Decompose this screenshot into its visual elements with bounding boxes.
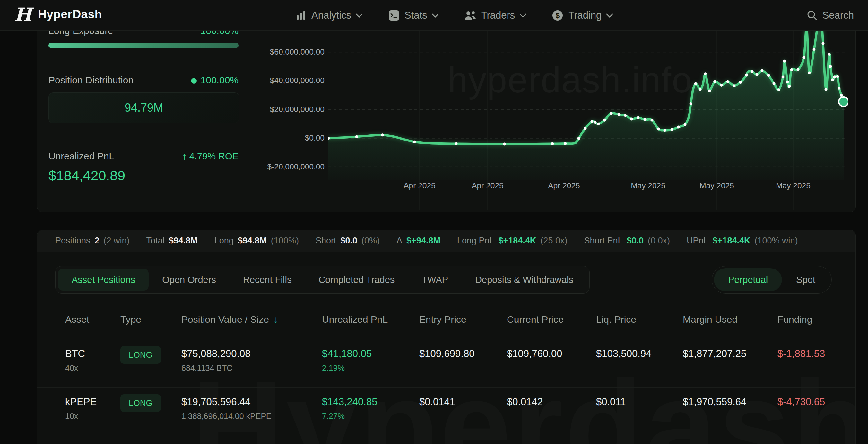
- search-icon: [806, 10, 818, 21]
- table-row-btc[interactable]: BTC40xLONG$75,088,290.08684.1134 BTC$41,…: [37, 339, 856, 387]
- current-price-cell: $0.0142: [507, 396, 543, 408]
- unrealized-pnl-value: $41,180.05: [322, 348, 372, 360]
- long-exposure-label: Long Exposure: [49, 30, 113, 36]
- liq-price-cell: $0.011: [596, 396, 626, 408]
- roe-value: ↑ 4.79% ROE: [182, 151, 239, 162]
- nav-label-stats: Stats: [404, 10, 427, 21]
- summary-paren: (25.0x): [540, 236, 567, 246]
- divider: [49, 134, 239, 134]
- column-header-current-price[interactable]: Current Price: [507, 314, 564, 325]
- long-exposure-progressbar: [49, 43, 239, 48]
- summary-label: UPnL: [687, 236, 709, 246]
- positions-summary-bar: Positions2(2 win)Total$94.8MLong$94.8M(1…: [37, 230, 856, 252]
- overview-card: Long Exposure 100.00% Position Distribut…: [37, 30, 856, 212]
- divider: [49, 59, 239, 59]
- long-badge: LONG: [120, 346, 161, 364]
- y-axis-tick: $-20,000,000.00: [241, 162, 324, 171]
- search-button[interactable]: Search: [806, 0, 854, 30]
- column-header-funding[interactable]: Funding: [777, 314, 812, 325]
- pnl-line-chart[interactable]: [328, 30, 848, 210]
- summary-value: 2: [95, 236, 99, 246]
- liq-price-cell: $103,500.94: [596, 348, 651, 360]
- tab-recent-fills[interactable]: Recent Fills: [229, 269, 305, 291]
- column-header-type[interactable]: Type: [120, 314, 141, 325]
- long-exposure-row: Long Exposure 100.00%: [49, 30, 239, 36]
- summary-item: Total$94.8M: [146, 236, 198, 246]
- y-axis-tick: $0.00: [241, 133, 324, 142]
- toggle-perpetual[interactable]: Perpetual: [714, 268, 782, 291]
- summary-label: Short PnL: [584, 236, 622, 246]
- nav-label-traders: Traders: [481, 10, 515, 21]
- position-value: $75,088,290.08: [181, 348, 251, 360]
- margin-used-cell: $1,877,207.25: [683, 348, 746, 360]
- type-cell: LONG: [120, 344, 161, 364]
- entry-price-cell: $109,699.80: [419, 348, 474, 360]
- y-axis-tick: $40,000,000.00: [241, 76, 324, 85]
- nav-label-trading: Trading: [568, 10, 601, 21]
- tab-open-orders[interactable]: Open Orders: [149, 269, 229, 291]
- nav-item-trading[interactable]: $ Trading: [552, 9, 613, 22]
- top-nav: H HyperDash Analytics Stats: [0, 0, 868, 31]
- summary-value: $+94.8M: [406, 236, 440, 246]
- column-header-asset[interactable]: Asset: [65, 314, 89, 325]
- margin-used-cell: $1,970,559.64: [683, 396, 746, 408]
- long-badge: LONG: [120, 394, 161, 412]
- summary-value: $94.8M: [238, 236, 267, 246]
- position-distribution-label: Position Distribution: [49, 75, 133, 86]
- position-size: 684.1134 BTC: [181, 363, 251, 373]
- nav-item-traders[interactable]: Traders: [464, 10, 527, 21]
- entry-price-cell: $0.0141: [419, 396, 455, 408]
- tab-completed-trades[interactable]: Completed Trades: [305, 269, 408, 291]
- summary-item: Long$94.8M(100%): [214, 236, 299, 246]
- search-label: Search: [823, 10, 854, 21]
- summary-item: Long PnL$+184.4K(25.0x): [457, 236, 567, 246]
- summary-value: $0.0: [340, 236, 357, 246]
- summary-label: Positions: [55, 236, 91, 246]
- column-header-entry-price[interactable]: Entry Price: [419, 314, 466, 325]
- column-header-liq-price[interactable]: Liq. Price: [596, 314, 636, 325]
- column-header-unrealized-pnl[interactable]: Unrealized PnL: [322, 314, 388, 325]
- summary-label: Total: [146, 236, 165, 246]
- table-row-kpepe[interactable]: kPEPE10xLONG$19,705,596.441,388,696,014.…: [37, 387, 856, 435]
- unrealized-pnl-pct: 7.27%: [322, 412, 377, 421]
- summary-item: UPnL$+184.4K(100% win): [687, 236, 798, 246]
- position-value-cell: $19,705,596.441,388,696,014.00 kPEPE: [181, 396, 272, 421]
- summary-value: $+184.4K: [713, 236, 750, 246]
- summary-item: Positions2(2 win): [55, 236, 130, 246]
- unrealized-pnl-value: $184,420.89: [49, 168, 125, 184]
- tab-asset-positions[interactable]: Asset Positions: [58, 269, 149, 291]
- current-price-cell: $0.0142: [507, 396, 543, 408]
- brand-title[interactable]: HyperDash: [38, 8, 102, 21]
- asset-leverage: 10x: [65, 412, 97, 421]
- chevron-down-icon: [356, 13, 363, 18]
- toggle-spot[interactable]: Spot: [782, 268, 830, 291]
- summary-item: Short PnL$0.0(0.0x): [584, 236, 670, 246]
- summary-paren: (0.0x): [648, 236, 670, 246]
- nav-item-analytics[interactable]: Analytics: [295, 10, 363, 21]
- unrealized-pnl-value: $143,240.85: [322, 396, 377, 408]
- market-type-toggle: PerpetualSpot: [712, 266, 832, 293]
- current-price-cell: $109,760.00: [507, 348, 562, 360]
- tab-twap[interactable]: TWAP: [408, 269, 462, 291]
- bar-chart-icon: [295, 10, 307, 21]
- summary-paren: (100%): [271, 236, 299, 246]
- hyperdash-logo-icon[interactable]: H: [14, 4, 32, 26]
- funding-cell: $-4,730.65: [777, 396, 825, 408]
- column-header-position-value-size[interactable]: Position Value / Size↓: [181, 314, 278, 325]
- distribution-box[interactable]: 94.79M: [49, 92, 239, 123]
- unrealized-pnl-cell: $143,240.857.27%: [322, 396, 377, 421]
- nav-item-stats[interactable]: Stats: [388, 9, 439, 22]
- summary-label: Δ: [397, 236, 402, 246]
- row-divider: [37, 339, 856, 340]
- summary-paren: (100% win): [755, 236, 798, 246]
- margin-used-cell: $1,877,207.25: [683, 348, 746, 360]
- summary-value: $0.0: [627, 236, 644, 246]
- tab-deposits-withdrawals[interactable]: Deposits & Withdrawals: [462, 269, 587, 291]
- margin-used-cell: $1,970,559.64: [683, 396, 746, 408]
- summary-item: Δ$+94.8M: [397, 236, 440, 246]
- position-distribution-row: Position Distribution 100.00%: [49, 75, 239, 86]
- distribution-box-value: 94.79M: [125, 101, 163, 115]
- column-header-margin-used[interactable]: Margin Used: [683, 314, 737, 325]
- type-cell: LONG: [120, 392, 161, 412]
- y-axis-tick: $60,000,000.00: [241, 47, 324, 57]
